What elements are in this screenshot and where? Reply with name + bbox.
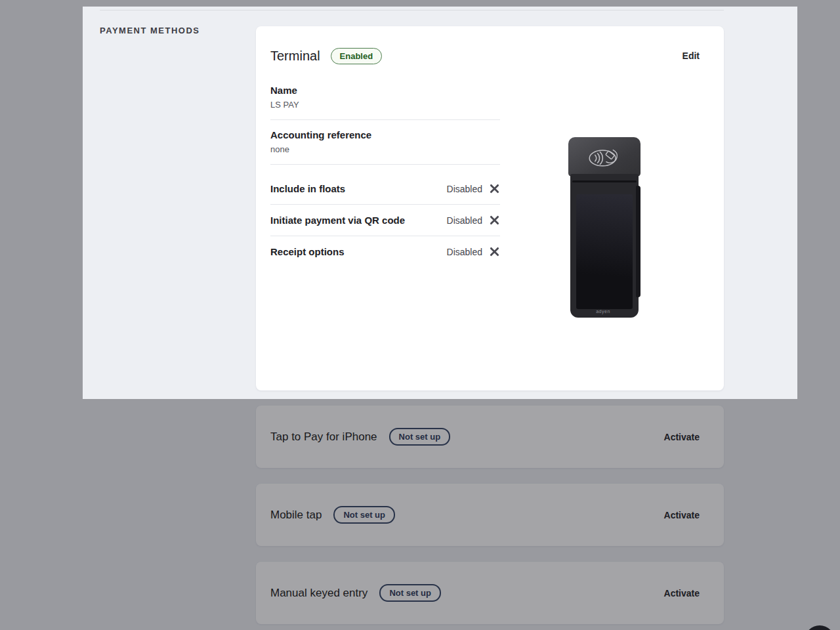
terminal-card: Terminal Enabled Edit Name LS PAY Accoun… [256,26,724,390]
toggle-qr-payment-state: Disabled [447,215,482,226]
field-accounting-reference-value: none [270,144,500,156]
not-set-up-badge: Not set up [389,428,451,446]
field-accounting-reference: Accounting reference none [270,129,500,165]
terminal-device-screen [576,194,633,309]
method-card-manual-keyed-entry: Manual keyed entry Not set up Activate [256,562,724,624]
toggle-receipt-options-state: Disabled [447,247,482,257]
toggle-receipt-options-label: Receipt options [270,246,345,257]
activate-button[interactable]: Activate [664,510,700,520]
terminal-card-header: Terminal Enabled Edit [270,46,700,66]
method-title: Tap to Pay for iPhone [270,430,377,444]
contactless-icon [585,145,623,170]
toggle-qr-payment: Initiate payment via QR code Disabled [270,205,500,236]
toggle-include-in-floats: Include in floats Disabled [270,173,500,205]
terminal-printer-slot [572,180,637,182]
toggle-include-in-floats-label: Include in floats [270,183,345,194]
terminal-device-image: adyen [568,137,640,318]
terminal-title: Terminal [270,49,320,64]
x-icon [489,215,500,226]
method-title: Mobile tap [270,509,322,522]
field-accounting-reference-label: Accounting reference [270,129,500,142]
toggle-include-in-floats-state: Disabled [447,184,482,194]
toggle-qr-payment-label: Initiate payment via QR code [270,215,405,226]
top-divider [100,10,724,10]
method-card-tap-to-pay: Tap to Pay for iPhone Not set up Activat… [256,406,724,468]
method-card-mobile-tap: Mobile tap Not set up Activate [256,484,724,546]
x-icon [489,183,500,194]
terminal-device-head [568,137,640,177]
activate-button[interactable]: Activate [664,588,700,598]
enabled-status-badge: Enabled [331,48,383,64]
field-name-label: Name [270,84,500,97]
section-heading: PAYMENT METHODS [100,26,200,35]
terminal-side-strip [636,186,640,297]
terminal-brand-logo: adyen [568,309,638,314]
not-set-up-badge: Not set up [379,584,441,602]
payment-methods-screen: PAYMENT METHODS Terminal Enabled Edit Na… [0,0,840,630]
help-fab[interactable] [805,625,835,630]
activate-button[interactable]: Activate [664,432,700,442]
toggle-receipt-options: Receipt options Disabled [270,236,500,267]
field-name: Name LS PAY [270,84,500,120]
not-set-up-badge: Not set up [333,506,395,524]
terminal-settings-list: Name LS PAY Accounting reference none In… [270,84,500,267]
field-name-value: LS PAY [270,99,500,111]
method-title: Manual keyed entry [270,587,368,600]
x-icon [489,246,500,257]
edit-button[interactable]: Edit [682,51,700,61]
